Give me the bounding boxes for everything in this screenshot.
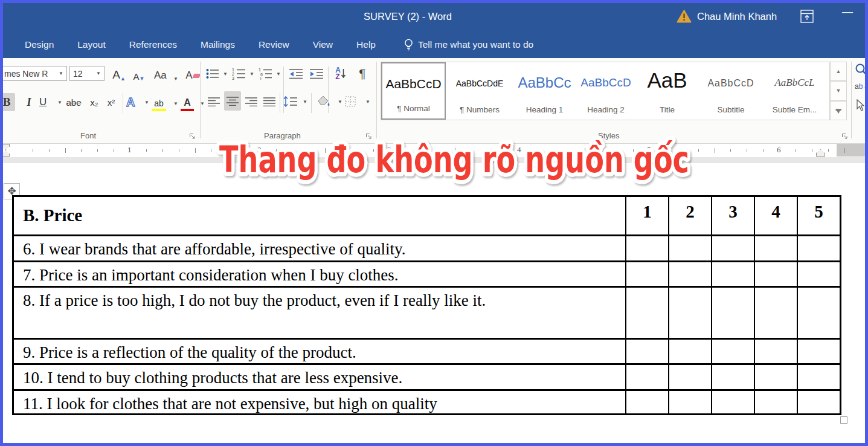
answer-cell[interactable]: [797, 340, 840, 363]
gallery-scroll-up-button[interactable]: ▲: [830, 62, 847, 81]
replace-button[interactable]: ab→: [855, 82, 868, 91]
gallery-scroll-down-button[interactable]: ▼: [830, 81, 847, 100]
answer-cell[interactable]: [711, 340, 754, 363]
minimize-button[interactable]: —: [838, 5, 857, 18]
answer-cell[interactable]: [754, 340, 797, 363]
answer-cell[interactable]: [754, 365, 797, 389]
answer-cell[interactable]: [625, 236, 668, 260]
multilevel-list-button[interactable]: 1ai ▼: [258, 66, 281, 81]
decrease-indent-button[interactable]: [287, 66, 305, 81]
answer-cell[interactable]: [797, 236, 840, 260]
account-name[interactable]: Chau Minh Khanh: [697, 11, 777, 22]
account-area[interactable]: Chau Minh Khanh: [677, 10, 777, 23]
answer-cell[interactable]: [668, 365, 711, 389]
style-heading-1[interactable]: AaBbCc Heading 1: [513, 62, 576, 120]
question-cell[interactable]: 8. If a price is too high, I do not buy …: [14, 288, 625, 338]
question-cell[interactable]: 9. Price is a reflection of the quality …: [14, 340, 625, 363]
answer-cell[interactable]: [711, 365, 754, 389]
first-line-indent-marker[interactable]: [2, 144, 10, 150]
answer-cell[interactable]: [625, 391, 668, 413]
align-right-button[interactable]: [243, 93, 259, 110]
table-section-title[interactable]: B. Price: [14, 197, 625, 234]
increase-indent-button[interactable]: [307, 66, 326, 81]
tab-references[interactable]: References: [129, 39, 177, 50]
ribbon-display-options-button[interactable]: [800, 10, 814, 23]
indent-markers-left[interactable]: [2, 144, 10, 155]
font-dialog-launcher[interactable]: [189, 132, 196, 139]
question-cell[interactable]: 6. I wear brands that are affordable, ir…: [14, 236, 625, 260]
tab-design[interactable]: Design: [25, 39, 54, 50]
answer-cell[interactable]: [711, 288, 754, 338]
answer-cell[interactable]: [668, 262, 711, 286]
borders-button[interactable]: ▼: [345, 93, 370, 110]
horizontal-ruler[interactable]: 123456: [3, 144, 865, 157]
answer-cell[interactable]: [668, 391, 711, 413]
hanging-indent-marker[interactable]: [2, 150, 10, 157]
question-cell[interactable]: 10. I tend to buy clothing products that…: [14, 365, 625, 389]
shrink-font-button[interactable]: A▼: [130, 68, 148, 82]
strikethrough-button[interactable]: abe: [63, 93, 84, 111]
style-normal[interactable]: AaBbCcD ¶ Normal: [381, 62, 446, 120]
answer-cell[interactable]: [668, 236, 711, 260]
right-indent-marker[interactable]: [816, 149, 825, 157]
style-numbers[interactable]: AaBbCcDdE ¶ Numbers: [446, 62, 513, 120]
italic-button[interactable]: I: [22, 93, 36, 111]
question-cell[interactable]: 7. Price is an important consideration w…: [14, 262, 625, 286]
change-case-button[interactable]: Aa▼: [154, 66, 178, 82]
tab-review[interactable]: Review: [259, 39, 289, 50]
tab-layout[interactable]: Layout: [77, 39, 106, 50]
scale-header-5[interactable]: 5: [797, 197, 840, 234]
answer-cell[interactable]: [625, 365, 668, 389]
tab-view[interactable]: View: [313, 39, 333, 50]
underline-button[interactable]: U▼: [39, 93, 62, 111]
answer-cell[interactable]: [625, 340, 668, 363]
style-subtitle[interactable]: AaBbCcD Subtitle: [698, 62, 764, 120]
question-cell[interactable]: 11. I look for clothes that are not expe…: [14, 391, 625, 413]
tab-mailings[interactable]: Mailings: [201, 39, 235, 50]
text-effects-button[interactable]: A▼: [126, 93, 149, 111]
font-size-combobox[interactable]: 12▼: [69, 66, 104, 81]
styles-dialog-launcher[interactable]: [841, 132, 848, 139]
answer-cell[interactable]: [754, 391, 797, 413]
table-resize-handle[interactable]: [840, 416, 847, 424]
style-title[interactable]: AaB Title: [636, 62, 698, 120]
answer-cell[interactable]: [754, 288, 797, 338]
find-button[interactable]: [855, 63, 868, 78]
style-heading-2[interactable]: AaBbCcD Heading 2: [576, 62, 636, 120]
answer-cell[interactable]: [668, 340, 711, 363]
align-left-button[interactable]: [206, 93, 222, 110]
sort-button[interactable]: A Z: [332, 65, 350, 82]
answer-cell[interactable]: [711, 236, 754, 260]
justify-button[interactable]: [262, 93, 277, 110]
style-subtle-emphasis[interactable]: AaBbCcL Subtle Em...: [764, 62, 826, 120]
scale-header-4[interactable]: 4: [754, 197, 797, 234]
superscript-button[interactable]: x²: [103, 93, 119, 111]
bullet-list-button[interactable]: ▼: [206, 66, 228, 81]
bold-button[interactable]: B: [0, 93, 15, 111]
highlight-color-button[interactable]: ab ▼: [152, 92, 178, 111]
tab-help[interactable]: Help: [356, 39, 376, 50]
align-center-button[interactable]: [224, 91, 241, 111]
answer-cell[interactable]: [797, 288, 840, 338]
gallery-more-button[interactable]: ▬▼: [830, 101, 847, 120]
answer-cell[interactable]: [711, 262, 754, 286]
font-name-combobox[interactable]: mes New R▼: [1, 66, 67, 81]
answer-cell[interactable]: [668, 288, 711, 338]
grow-font-button[interactable]: A▲: [109, 66, 129, 82]
answer-cell[interactable]: [797, 262, 840, 286]
line-spacing-button[interactable]: ▼: [283, 93, 307, 110]
show-hide-paragraph-button[interactable]: ¶: [355, 65, 370, 82]
subscript-button[interactable]: x₂: [86, 93, 102, 111]
numbered-list-button[interactable]: 123 ▼: [231, 66, 254, 81]
scale-header-3[interactable]: 3: [711, 197, 754, 234]
answer-cell[interactable]: [754, 262, 797, 286]
font-color-button[interactable]: A ▼: [181, 92, 205, 111]
scale-header-2[interactable]: 2: [668, 197, 711, 234]
answer-cell[interactable]: [625, 262, 668, 286]
scale-header-1[interactable]: 1: [625, 197, 668, 234]
answer-cell[interactable]: [754, 236, 797, 260]
answer-cell[interactable]: [625, 288, 668, 338]
answer-cell[interactable]: [797, 391, 840, 413]
answer-cell[interactable]: [711, 391, 754, 413]
clear-formatting-button[interactable]: A: [184, 66, 201, 82]
